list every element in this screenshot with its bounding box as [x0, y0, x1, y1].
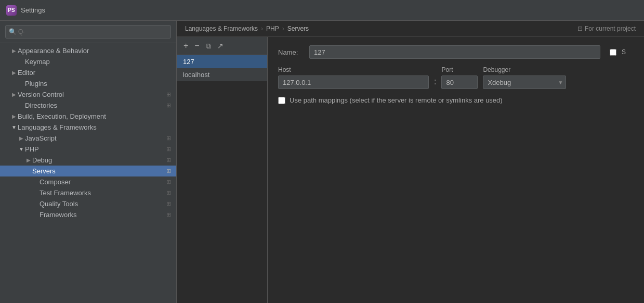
project-icon: ⊡	[577, 25, 583, 32]
debugger-select[interactable]: Xdebug Zend Debugger	[483, 75, 566, 89]
port-input[interactable]	[441, 75, 478, 89]
settings-icon: ⊞	[166, 91, 171, 98]
host-input[interactable]	[278, 75, 429, 89]
host-field-group: Host	[278, 66, 429, 89]
port-field-group: Port	[441, 66, 478, 89]
sidebar-item-label: Languages & Frameworks	[18, 123, 171, 131]
settings-icon: ⊞	[166, 200, 171, 207]
servers-list: 127 localhost	[177, 55, 268, 81]
colon-separator: :	[434, 77, 436, 89]
arrow-icon: ▶	[10, 113, 18, 120]
sidebar-item-test-frameworks[interactable]: ▶ Test Frameworks ⊞	[0, 187, 176, 198]
window-title: Settings	[21, 6, 45, 14]
sidebar-item-label: Debug	[32, 156, 164, 164]
port-label: Port	[441, 66, 478, 73]
breadcrumb-part-1: Languages & Frameworks	[185, 25, 258, 32]
sidebar-item-directories[interactable]: ▶ Directories ⊞	[0, 100, 176, 111]
sidebar-item-label: Servers	[32, 167, 164, 175]
server-item-localhost[interactable]: localhost	[177, 68, 267, 81]
sidebar-item-label: Appearance & Behavior	[18, 47, 171, 55]
settings-icon: ⊞	[166, 157, 171, 163]
sidebar-item-quality-tools[interactable]: ▶ Quality Tools ⊞	[0, 198, 176, 209]
settings-icon: ⊞	[166, 135, 171, 142]
sidebar-item-keymap[interactable]: ▶ Keymap	[0, 56, 176, 67]
sidebar-item-label: Frameworks	[40, 211, 164, 219]
servers-layout: + − ⧉ ↗ 127 localhost	[177, 37, 644, 303]
servers-panel: + − ⧉ ↗ 127 localhost	[177, 37, 268, 303]
settings-icon: ⊞	[166, 190, 171, 196]
title-bar: PS Settings	[0, 0, 644, 21]
sidebar-item-label: Editor	[18, 69, 171, 77]
for-project: ⊡ For current project	[577, 25, 636, 32]
sidebar-item-build[interactable]: ▶ Build, Execution, Deployment	[0, 111, 176, 122]
sidebar-item-composer[interactable]: ▶ Composer ⊞	[0, 176, 176, 187]
sidebar-item-label: Composer	[40, 178, 164, 186]
debugger-field-group: Debugger Xdebug Zend Debugger ▼	[483, 66, 566, 89]
app-icon: PS	[6, 5, 17, 16]
sidebar-item-label: Plugins	[25, 80, 171, 87]
arrow-icon: ▶	[25, 157, 32, 164]
sidebar-item-label: PHP	[25, 145, 164, 153]
arrow-icon: ▶	[10, 69, 18, 77]
arrow-icon: ▶	[10, 91, 18, 98]
path-mapping-checkbox[interactable]	[278, 97, 285, 104]
sidebar-item-version-control[interactable]: ▶ Version Control ⊞	[0, 89, 176, 100]
move-server-button[interactable]: ↗	[215, 41, 226, 51]
sidebar-item-javascript[interactable]: ▶ JavaScript ⊞	[0, 133, 176, 144]
sidebar-item-label: Directories	[25, 102, 164, 109]
sidebar-item-php[interactable]: ▼ PHP ⊞	[0, 144, 176, 155]
content-area: Languages & Frameworks › PHP › Servers ⊡…	[177, 21, 644, 303]
sidebar-item-editor[interactable]: ▶ Editor	[0, 67, 176, 78]
breadcrumb-current: Servers	[287, 25, 309, 32]
name-form-row: Name: S	[278, 45, 634, 59]
remove-server-button[interactable]: −	[192, 40, 202, 52]
search-wrapper: 🔍	[5, 25, 171, 39]
sidebar-item-languages[interactable]: ▼ Languages & Frameworks	[0, 122, 176, 133]
sidebar-item-plugins[interactable]: ▶ Plugins	[0, 78, 176, 89]
arrow-icon: ▼	[18, 146, 25, 153]
server-item-127[interactable]: 127	[177, 55, 267, 68]
debugger-select-wrapper: Xdebug Zend Debugger ▼	[483, 75, 566, 89]
arrow-icon: ▼	[10, 124, 18, 131]
host-port-row: Host : Port Debugger Xdebug Zend Deb	[278, 66, 634, 89]
shared-label: S	[622, 48, 626, 56]
settings-icon: ⊞	[166, 179, 171, 185]
server-toolbar: + − ⧉ ↗	[177, 37, 267, 55]
settings-icon: ⊞	[166, 146, 171, 153]
name-label: Name:	[278, 48, 304, 56]
breadcrumb: Languages & Frameworks › PHP › Servers ⊡…	[177, 21, 644, 37]
main-layout: 🔍 ▶ Appearance & Behavior ▶ Keymap ▶ Edi…	[0, 21, 644, 303]
arrow-icon: ▶	[10, 47, 18, 55]
search-box: 🔍	[0, 21, 176, 43]
breadcrumb-sep-1: ›	[261, 25, 263, 32]
settings-icon: ⊞	[166, 168, 171, 174]
debugger-label: Debugger	[483, 66, 566, 73]
server-name: 127	[183, 58, 194, 66]
name-input[interactable]	[309, 45, 600, 59]
copy-server-button[interactable]: ⧉	[203, 41, 214, 51]
sidebar-item-label: JavaScript	[25, 134, 164, 142]
host-label: Host	[278, 66, 429, 73]
path-mapping-row: Use path mappings (select if the server …	[278, 96, 634, 104]
server-name: localhost	[183, 71, 209, 79]
sidebar-tree: ▶ Appearance & Behavior ▶ Keymap ▶ Edito…	[0, 43, 176, 303]
shared-checkbox[interactable]	[610, 49, 616, 56]
sidebar-item-label: Version Control	[18, 91, 164, 98]
sidebar: 🔍 ▶ Appearance & Behavior ▶ Keymap ▶ Edi…	[0, 21, 177, 303]
path-mapping-label: Use path mappings (select if the server …	[290, 96, 503, 104]
settings-icon: ⊞	[166, 211, 171, 218]
add-server-button[interactable]: +	[181, 40, 191, 52]
arrow-icon: ▶	[18, 135, 25, 142]
sidebar-item-label: Keymap	[25, 58, 171, 66]
sidebar-item-servers[interactable]: ▶ Servers ⊞	[0, 166, 176, 176]
server-detail: Name: S Host : Port	[268, 37, 644, 303]
sidebar-item-appearance[interactable]: ▶ Appearance & Behavior	[0, 45, 176, 56]
sidebar-item-label: Build, Execution, Deployment	[18, 112, 171, 120]
sidebar-item-frameworks[interactable]: ▶ Frameworks ⊞	[0, 209, 176, 220]
search-input[interactable]	[5, 25, 171, 39]
search-icon: 🔍	[9, 28, 17, 35]
sidebar-item-debug[interactable]: ▶ Debug ⊞	[0, 155, 176, 166]
for-project-label: For current project	[585, 25, 636, 32]
breadcrumb-part-2: PHP	[266, 25, 279, 32]
sidebar-item-label: Quality Tools	[40, 200, 164, 208]
